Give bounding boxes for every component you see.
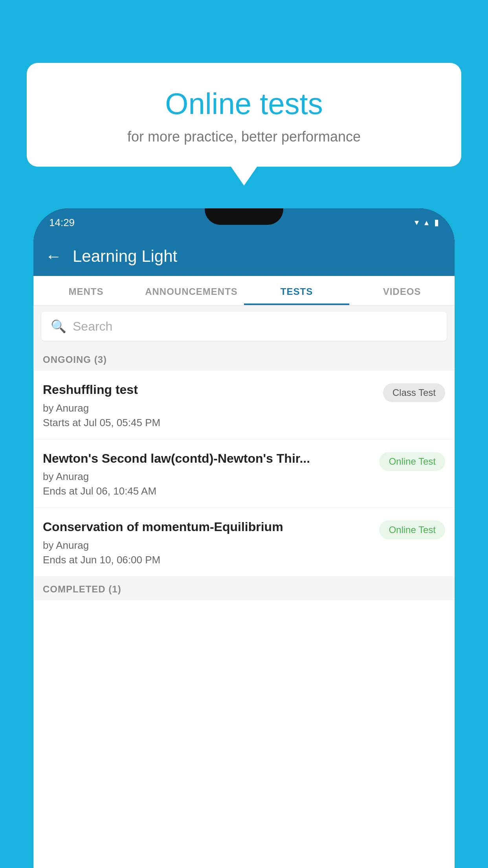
test-title: Conservation of momentum-Equilibrium [43,519,371,535]
search-container: 🔍 Search [33,305,455,347]
signal-icon: ▴ [424,217,429,228]
test-date: Ends at Jul 06, 10:45 AM [43,485,371,497]
test-author: by Anurag [43,402,375,414]
phone-inner: MENTS ANNOUNCEMENTS TESTS VIDEOS 🔍 Searc… [33,276,455,868]
test-item-content: Conservation of momentum-Equilibrium by … [43,519,379,566]
test-title: Reshuffling test [43,382,375,398]
phone-frame: 14:29 ▾ ▴ ▮ ← Learning Light MENTS ANNOU… [33,208,455,868]
test-item[interactable]: Newton's Second law(contd)-Newton's Thir… [33,440,455,508]
test-date: Starts at Jul 05, 05:45 PM [43,417,375,429]
tab-assignments[interactable]: MENTS [33,276,139,305]
section-header-ongoing: ONGOING (3) [33,347,455,371]
test-author: by Anurag [43,471,371,483]
wifi-icon: ▾ [415,217,419,228]
phone-screen: 14:29 ▾ ▴ ▮ ← Learning Light MENTS ANNOU… [33,208,455,868]
tab-tests[interactable]: TESTS [244,276,349,305]
search-bar[interactable]: 🔍 Search [41,312,447,341]
back-button[interactable]: ← [45,247,62,266]
bubble-subtitle: for more practice, better performance [46,129,442,145]
tab-bar: MENTS ANNOUNCEMENTS TESTS VIDEOS [33,276,455,305]
app-bar-title: Learning Light [73,247,177,266]
section-header-completed: COMPLETED (1) [33,577,455,600]
test-item-content: Newton's Second law(contd)-Newton's Thir… [43,451,379,498]
search-placeholder: Search [73,319,112,334]
test-item[interactable]: Conservation of momentum-Equilibrium by … [33,508,455,577]
test-title: Newton's Second law(contd)-Newton's Thir… [43,451,371,467]
tab-announcements[interactable]: ANNOUNCEMENTS [139,276,244,305]
speech-bubble: Online tests for more practice, better p… [27,63,461,167]
test-item[interactable]: Reshuffling test by Anurag Starts at Jul… [33,371,455,440]
bubble-title: Online tests [46,86,442,121]
app-bar: ← Learning Light [33,237,455,276]
search-icon: 🔍 [51,319,66,334]
test-list: Reshuffling test by Anurag Starts at Jul… [33,371,455,577]
test-item-content: Reshuffling test by Anurag Starts at Jul… [43,382,383,429]
test-author: by Anurag [43,539,371,552]
tab-videos[interactable]: VIDEOS [349,276,455,305]
test-badge-online: Online Test [379,452,445,471]
status-bar: 14:29 ▾ ▴ ▮ [33,208,455,237]
status-icons: ▾ ▴ ▮ [415,217,439,228]
test-date: Ends at Jun 10, 06:00 PM [43,554,371,566]
test-badge-class: Class Test [383,383,445,402]
status-time: 14:29 [49,217,75,229]
test-badge-online-2: Online Test [379,520,445,539]
battery-icon: ▮ [434,217,439,228]
